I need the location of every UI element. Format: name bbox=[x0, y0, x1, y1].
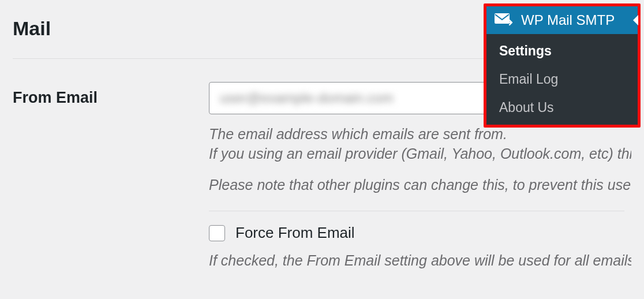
force-from-email-row: Force From Email bbox=[209, 224, 631, 242]
force-from-email-checkbox[interactable] bbox=[209, 225, 225, 241]
flyout-item-settings[interactable]: Settings bbox=[486, 34, 638, 65]
flyout-body: Settings Email Log About Us bbox=[486, 34, 638, 125]
flyout-title: WP Mail SMTP bbox=[521, 12, 615, 28]
from-email-help-2: If you using an email provider (Gmail, Y… bbox=[209, 144, 631, 164]
caret-left-icon bbox=[633, 15, 638, 25]
from-email-value: user@example-domain.com bbox=[220, 90, 393, 106]
from-email-label: From Email bbox=[13, 89, 98, 106]
mail-send-icon bbox=[495, 13, 513, 27]
flyout-header[interactable]: WP Mail SMTP bbox=[486, 6, 638, 34]
flyout-item-email-log[interactable]: Email Log bbox=[486, 65, 638, 94]
force-from-email-help: If checked, the From Email setting above… bbox=[209, 251, 631, 271]
force-from-email-label: Force From Email bbox=[235, 224, 355, 242]
wp-mail-smtp-flyout: WP Mail SMTP Settings Email Log About Us bbox=[484, 3, 641, 128]
sub-divider bbox=[209, 211, 624, 211]
from-email-help-1: The email address which emails are sent … bbox=[209, 125, 631, 144]
flyout-item-about-us[interactable]: About Us bbox=[486, 94, 638, 125]
from-email-help-3: Please note that other plugins can chang… bbox=[209, 175, 631, 195]
